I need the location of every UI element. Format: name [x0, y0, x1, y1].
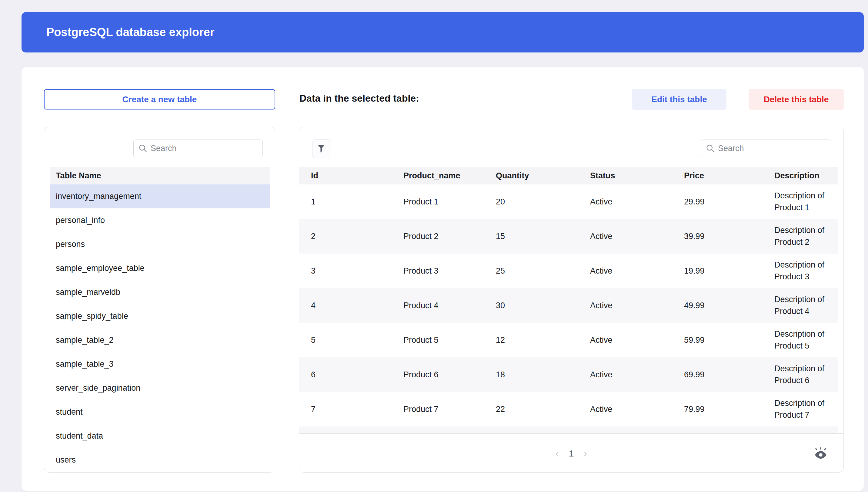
cell-id: 7 — [311, 404, 403, 414]
eye-icon[interactable] — [814, 446, 828, 460]
data-search-input[interactable] — [701, 140, 831, 157]
chevron-left-icon[interactable]: ‹ — [555, 448, 559, 459]
funnel-icon — [318, 145, 325, 153]
table-item-student[interactable]: student — [50, 400, 270, 424]
table-item-sample-table-3[interactable]: sample_table_3 — [50, 352, 270, 376]
table-item-sample-employee-table[interactable]: sample_employee_table — [50, 256, 270, 280]
cell-status: Active — [590, 404, 684, 414]
cell-price: 59.99 — [684, 336, 774, 345]
cell-price: 39.99 — [684, 232, 774, 241]
cell-price: 19.99 — [684, 266, 774, 276]
cell-product-name: Product 7 — [403, 404, 496, 414]
cell-description: Description of Product 5 — [774, 328, 837, 352]
table-row[interactable]: 5 Product 5 12 Active 59.99 Description … — [299, 323, 838, 357]
table-item-personal-info[interactable]: personal_info — [50, 208, 270, 232]
cell-id: 6 — [311, 370, 403, 379]
cell-price: 49.99 — [684, 301, 774, 310]
delete-table-button[interactable]: Delete this table — [748, 89, 844, 110]
cell-description: Description of Product 3 — [774, 259, 837, 283]
chevron-right-icon[interactable]: › — [583, 448, 587, 459]
table-item-server-side-pagination[interactable]: server_side_pagination — [50, 376, 270, 400]
table-row[interactable]: 4 Product 4 30 Active 49.99 Description … — [299, 288, 838, 323]
table-row[interactable]: 6 Product 6 18 Active 69.99 Description … — [299, 357, 838, 392]
app-title: PostgreSQL database explorer — [46, 26, 215, 39]
app-header: PostgreSQL database explorer — [22, 12, 864, 52]
cell-id: 2 — [311, 232, 403, 241]
data-table-header: Id Product_name Quantity Status Price De… — [299, 167, 838, 184]
cell-quantity: 30 — [496, 301, 590, 310]
table-item-sample-spidy-table[interactable]: sample_spidy_table — [50, 304, 270, 328]
cell-status: Active — [590, 336, 684, 345]
column-header-id[interactable]: Id — [311, 171, 403, 180]
table-name-column-header[interactable]: Table Name — [50, 167, 270, 184]
cell-product-name: Product 4 — [403, 301, 496, 310]
cell-price: 69.99 — [684, 370, 774, 379]
table-item-persons[interactable]: persons — [50, 232, 270, 256]
cell-quantity: 12 — [496, 336, 590, 345]
cell-description: Description of Product 2 — [774, 224, 837, 248]
table-row[interactable]: 3 Product 3 25 Active 19.99 Description … — [299, 253, 838, 288]
page-number: 1 — [569, 448, 574, 459]
data-search — [701, 140, 831, 157]
cell-id: 5 — [311, 336, 403, 345]
cell-quantity: 25 — [496, 266, 590, 276]
cell-status: Active — [590, 266, 684, 276]
page-heading: Data in the selected table: — [299, 93, 419, 104]
table-item-student-data[interactable]: student_data — [50, 424, 270, 448]
cell-description: Description of Product 6 — [774, 363, 837, 387]
cell-description: Description of Product 4 — [774, 294, 837, 317]
table-item-sample-table-2[interactable]: sample_table_2 — [50, 328, 270, 352]
table-list: inventory_management personal_info perso… — [50, 184, 270, 472]
column-header-quantity[interactable]: Quantity — [496, 171, 590, 180]
cell-description: Description of Product 7 — [774, 397, 837, 421]
content-card: Create a new table Data in the selected … — [22, 67, 864, 491]
cell-product-name: Product 5 — [403, 336, 496, 345]
table-row[interactable]: 2 Product 2 15 Active 39.99 Description … — [299, 219, 838, 253]
pagination: ‹ 1 › — [299, 434, 843, 473]
filter-button[interactable] — [312, 139, 330, 158]
tables-search — [133, 140, 263, 157]
edit-table-button[interactable]: Edit this table — [632, 89, 727, 110]
column-header-status[interactable]: Status — [590, 171, 684, 180]
table-row[interactable]: 7 Product 7 22 Active 79.99 Description … — [299, 392, 838, 426]
cell-id: 3 — [311, 266, 403, 276]
cell-product-name: Product 2 — [403, 232, 496, 241]
column-header-description[interactable]: Description — [774, 171, 837, 180]
cell-quantity: 20 — [496, 197, 590, 206]
column-header-price[interactable]: Price — [684, 171, 774, 180]
data-panel: Id Product_name Quantity Status Price De… — [299, 127, 844, 473]
cell-product-name: Product 6 — [403, 370, 496, 379]
table-footer: ‹ 1 › — [299, 433, 843, 473]
table-item-sample-marveldb[interactable]: sample_marveldb — [50, 280, 270, 304]
clipped-row — [299, 426, 838, 433]
cell-status: Active — [590, 197, 684, 206]
cell-product-name: Product 3 — [403, 266, 496, 276]
tables-panel: Table Name inventory_management personal… — [44, 127, 275, 473]
table-item-users[interactable]: users — [50, 448, 270, 472]
cell-status: Active — [590, 370, 684, 379]
data-rows: 1 Product 1 20 Active 29.99 Description … — [299, 184, 838, 426]
cell-price: 29.99 — [684, 197, 774, 206]
cell-quantity: 15 — [496, 232, 590, 241]
cell-status: Active — [590, 301, 684, 310]
cell-quantity: 18 — [496, 370, 590, 379]
cell-id: 1 — [311, 197, 403, 206]
column-header-product-name[interactable]: Product_name — [403, 171, 496, 180]
cell-quantity: 22 — [496, 404, 590, 414]
create-table-button[interactable]: Create a new table — [44, 89, 275, 109]
cell-description: Description of Product 1 — [774, 190, 837, 214]
cell-price: 79.99 — [684, 404, 774, 414]
cell-status: Active — [590, 232, 684, 241]
table-row[interactable]: 1 Product 1 20 Active 29.99 Description … — [299, 184, 838, 219]
cell-product-name: Product 1 — [403, 197, 496, 206]
cell-id: 4 — [311, 301, 403, 310]
tables-search-input[interactable] — [133, 140, 263, 157]
table-item-inventory-management[interactable]: inventory_management — [50, 184, 270, 208]
